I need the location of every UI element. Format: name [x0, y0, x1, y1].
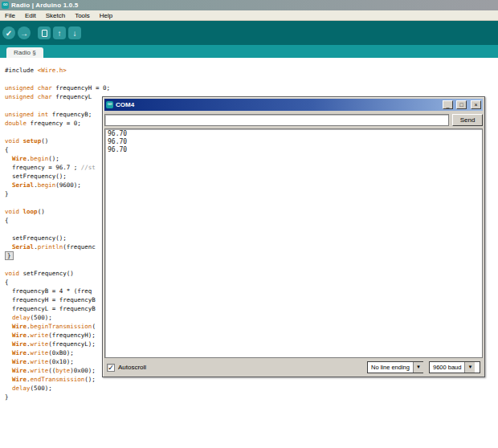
code-token: [5, 243, 12, 250]
code-token: [5, 358, 12, 365]
baud-rate-value: 9600 baud: [430, 364, 464, 371]
code-token: ((: [48, 367, 55, 374]
code-token: frequencyB;: [52, 111, 92, 118]
code-token: [5, 340, 12, 348]
serial-bottom-bar: ✓ Autoscroll No line ending ▼ 9600 baud …: [104, 360, 483, 375]
maximize-button[interactable]: □: [456, 100, 467, 109]
baud-rate-select[interactable]: 9600 baud ▼: [429, 361, 480, 373]
menu-item-file[interactable]: File: [0, 12, 20, 19]
code-token: Wire: [12, 376, 27, 383]
code-token: [5, 367, 12, 374]
code-token: [5, 385, 12, 392]
tab-radio[interactable]: Radio §: [6, 47, 43, 58]
code-token: [5, 155, 12, 162]
code-token: Serial: [12, 181, 34, 189]
serial-input[interactable]: [104, 114, 449, 126]
code-token: [5, 323, 12, 330]
code-token: (: [92, 323, 96, 330]
menu-item-help[interactable]: Help: [95, 12, 117, 19]
code-token: setFrequency(): [23, 270, 74, 277]
code-token: {: [5, 146, 9, 153]
upload-button[interactable]: →: [18, 26, 31, 39]
line-ending-select[interactable]: No line ending ▼: [367, 361, 423, 373]
code-token: void: [5, 208, 23, 215]
code-line: unsigned char frequencyH = 0;: [5, 83, 498, 92]
code-token: setFrequency();: [5, 234, 67, 242]
code-token: byte: [55, 367, 70, 374]
code-token: (0x10);: [48, 358, 74, 365]
code-token: Wire: [12, 358, 27, 365]
code-token: frequencyB = 4 * (freq: [5, 287, 92, 295]
arrow-down-icon: ↓: [73, 29, 77, 38]
code-token: double: [5, 120, 31, 127]
code-token: //st: [81, 164, 96, 171]
send-button[interactable]: Send: [452, 114, 483, 126]
chevron-down-icon[interactable]: ▼: [464, 362, 475, 373]
code-line: delay(500);: [5, 384, 498, 393]
code-token: unsigned char: [5, 84, 55, 92]
arrow-up-icon: ↑: [58, 29, 62, 38]
toolbar: ✓→↑↓: [0, 21, 498, 45]
code-token: (frequenc: [63, 243, 96, 250]
arduino-logo-icon: ∞: [2, 2, 9, 9]
serial-output-line: 96.70: [108, 138, 480, 146]
code-token: [5, 181, 12, 189]
chevron-down-icon[interactable]: ▼: [413, 362, 423, 373]
code-token: <Wire.h>: [38, 67, 67, 74]
code-token: (9600);: [55, 181, 81, 189]
code-token: delay: [12, 385, 31, 392]
serial-send-row: Send: [104, 113, 483, 126]
code-token: println: [38, 243, 63, 250]
window-title: Radio | Arduino 1.0.5: [11, 2, 79, 9]
new-button[interactable]: [38, 26, 51, 39]
save-button[interactable]: ↓: [68, 26, 81, 39]
code-token: void: [5, 137, 23, 145]
serial-monitor-window: ∞ COM4 _ □ × Send 96.7096.7096.70 ✓ Auto…: [102, 96, 485, 377]
code-token: {: [5, 217, 9, 224]
code-token: frequencyH = frequencyB: [5, 296, 96, 303]
autoscroll-checkbox[interactable]: ✓: [107, 364, 115, 372]
code-token: frequencyL = frequencyB: [5, 305, 96, 312]
code-token: begin: [38, 181, 56, 189]
code-token: Wire: [12, 323, 27, 330]
code-token: Wire: [12, 155, 27, 162]
check-icon: ✓: [6, 29, 12, 38]
verify-button[interactable]: ✓: [2, 26, 15, 39]
code-line: }: [5, 393, 498, 401]
code-line: [5, 75, 498, 83]
serial-titlebar[interactable]: ∞ COM4 _ □ ×: [104, 99, 483, 111]
code-token: (frequencyH);: [48, 332, 96, 339]
code-token: ();: [84, 376, 96, 383]
close-button[interactable]: ×: [471, 100, 481, 109]
serial-window-title: COM4: [116, 101, 439, 108]
code-token: }: [5, 393, 9, 401]
code-token: ();: [48, 155, 59, 162]
code-token: }: [5, 251, 14, 260]
code-token: write: [31, 358, 49, 365]
open-button[interactable]: ↑: [53, 26, 66, 39]
code-token: frequency = 96.7 ;: [5, 164, 81, 171]
menubar: FileEditSketchToolsHelp: [0, 10, 498, 21]
arduino-logo-icon: ∞: [106, 101, 113, 108]
tab-label: Radio §: [14, 49, 36, 56]
code-token: [5, 314, 12, 321]
arrow-right-icon: →: [20, 29, 28, 38]
code-token: beginTransmission: [31, 323, 92, 330]
code-token: Wire: [12, 340, 27, 348]
code-token: write: [31, 349, 49, 356]
arduino-ide-window: ∞ Radio | Arduino 1.0.5 FileEditSketchTo…: [0, 0, 498, 448]
code-token: frequencyL: [55, 93, 92, 100]
line-ending-value: No line ending: [368, 364, 413, 371]
code-token: unsigned char: [5, 93, 55, 100]
autoscroll-label: Autoscroll: [118, 364, 146, 371]
menu-item-sketch[interactable]: Sketch: [41, 12, 70, 19]
code-token: Wire: [12, 349, 27, 356]
code-token: [5, 349, 12, 356]
minimize-button[interactable]: _: [443, 100, 453, 109]
code-token: [5, 332, 12, 339]
serial-output-line: 96.70: [108, 146, 480, 154]
menu-item-edit[interactable]: Edit: [20, 12, 41, 19]
menu-item-tools[interactable]: Tools: [70, 12, 95, 19]
code-token: delay: [12, 314, 31, 321]
main-titlebar[interactable]: ∞ Radio | Arduino 1.0.5: [0, 0, 498, 10]
